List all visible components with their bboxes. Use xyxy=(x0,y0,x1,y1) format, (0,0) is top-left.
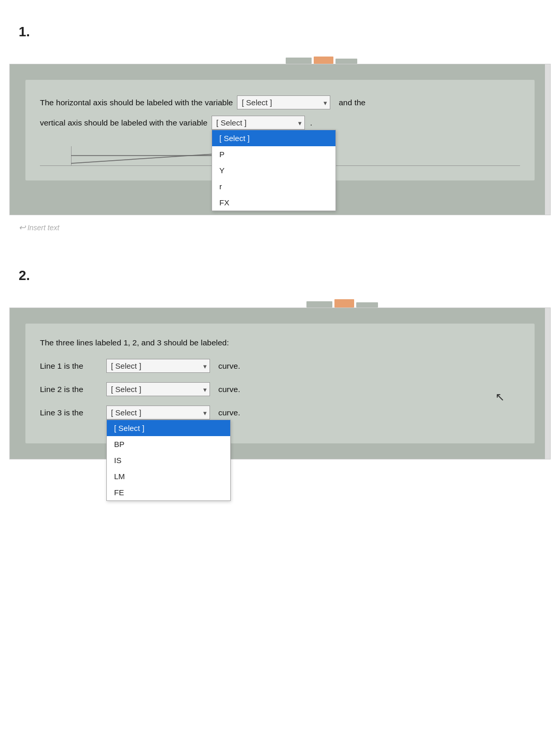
q1-and-the: and the xyxy=(339,98,366,107)
dropdown2-opt-bp[interactable]: BP xyxy=(107,436,230,452)
q1-text-part3: vertical axis should be labeled with the… xyxy=(40,118,207,128)
q1-period: . xyxy=(310,118,312,128)
dropdown2-open: [ Select ] BP IS LM FE xyxy=(106,420,231,501)
q1-row2: vertical axis should be labeled with the… xyxy=(40,116,520,130)
q1-row1: The horizontal axis should be labeled wi… xyxy=(40,95,520,109)
q2-select1-wrapper[interactable]: [ Select ] BP IS LM FE xyxy=(106,359,210,373)
dropdown1-option-r[interactable]: r xyxy=(212,178,335,194)
q2-line1-label: Line 1 is the xyxy=(40,361,102,371)
q2-select3[interactable]: [ Select ] BP IS LM FE xyxy=(106,406,210,420)
dropdown1-option-p[interactable]: P xyxy=(212,146,335,162)
q2-line2-suffix: curve. xyxy=(218,385,240,394)
dropdown1-option-y[interactable]: Y xyxy=(212,162,335,178)
question-card-2: The three lines labeled 1, 2, and 3 shou… xyxy=(9,308,551,459)
between-text: Insert text xyxy=(27,224,59,232)
section-2: 2. The three lines labeled 1, 2, and 3 s… xyxy=(0,253,560,459)
scrollbar-2[interactable] xyxy=(545,308,550,459)
question-number-2: 2. xyxy=(0,253,560,284)
q1-text-part1: The horizontal axis should be labeled wi… xyxy=(40,98,233,107)
question-image-1: The horizontal axis should be labeled wi… xyxy=(10,64,550,215)
q2-line3-label: Line 3 is the xyxy=(40,408,102,417)
between-icon: ↩ xyxy=(19,223,25,232)
between-sections-text: ↩ Insert text xyxy=(0,215,560,238)
select1-wrapper[interactable]: [ Select ] P Y r FX xyxy=(237,95,330,109)
question-number-1: 1. xyxy=(0,9,560,40)
q2-select2[interactable]: [ Select ] BP IS LM FE xyxy=(106,382,210,396)
q2-line2-label: Line 2 is the xyxy=(40,385,102,394)
dropdown1-open: [ Select ] P Y r FX xyxy=(212,130,336,211)
dropdown1-option-fx[interactable]: FX xyxy=(212,194,335,211)
dropdown2-opt-fe[interactable]: FE xyxy=(107,484,230,500)
dropdown2-opt-is[interactable]: IS xyxy=(107,452,230,468)
q2-line2-row: Line 2 is the [ Select ] BP IS LM FE cur… xyxy=(40,382,520,396)
dropdown2-opt-select[interactable]: [ Select ] xyxy=(107,420,230,436)
select2-dropdown[interactable]: [ Select ] P Y r FX xyxy=(212,116,305,130)
scrollbar-1[interactable] xyxy=(545,64,550,215)
section-1: 1. The horizontal axis should be labeled… xyxy=(0,9,560,215)
question-card-1: The horizontal axis should be labeled wi… xyxy=(9,64,551,215)
select2-wrapper[interactable]: [ Select ] P Y r FX [ Select ] P Y r xyxy=(212,116,305,130)
q2-select3-wrapper[interactable]: [ Select ] BP IS LM FE [ Select ] BP IS … xyxy=(106,406,210,420)
q2-select2-wrapper[interactable]: [ Select ] BP IS LM FE xyxy=(106,382,210,396)
question-image-2: The three lines labeled 1, 2, and 3 shou… xyxy=(10,308,550,459)
question-inner-2: The three lines labeled 1, 2, and 3 shou… xyxy=(25,324,535,443)
q2-line3-suffix: curve. xyxy=(218,408,240,417)
q2-line1-row: Line 1 is the [ Select ] BP IS LM FE cur… xyxy=(40,359,520,373)
dropdown2-opt-lm[interactable]: LM xyxy=(107,468,230,484)
dropdown1-option-select[interactable]: [ Select ] xyxy=(212,130,335,146)
q2-line3-row: Line 3 is the [ Select ] BP IS LM FE [ S… xyxy=(40,406,520,420)
question-inner-1: The horizontal axis should be labeled wi… xyxy=(25,80,535,180)
select1-dropdown[interactable]: [ Select ] P Y r FX xyxy=(237,95,330,109)
q2-line1-suffix: curve. xyxy=(218,361,240,371)
q2-select1[interactable]: [ Select ] BP IS LM FE xyxy=(106,359,210,373)
q2-heading: The three lines labeled 1, 2, and 3 shou… xyxy=(40,338,520,347)
